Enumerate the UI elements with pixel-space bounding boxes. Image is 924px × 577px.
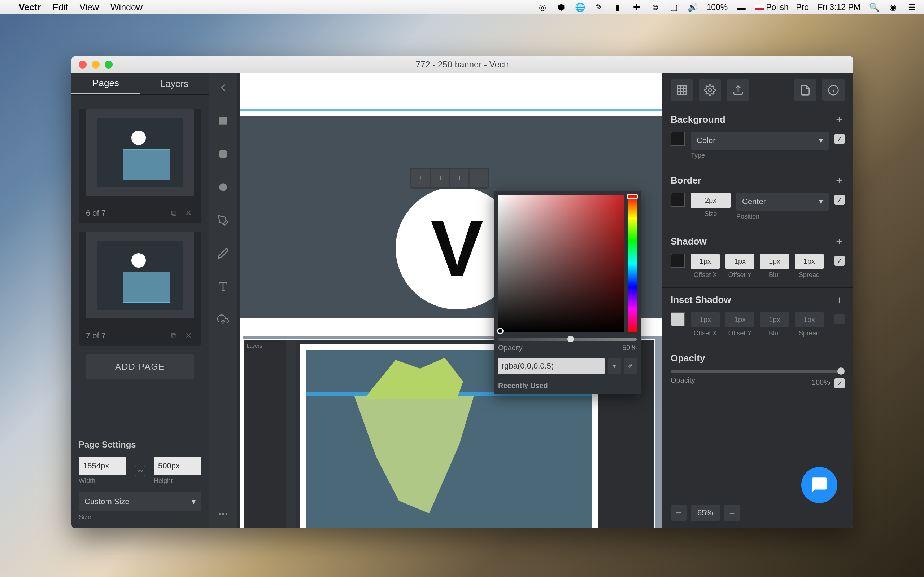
back-icon[interactable] [216,81,230,95]
opacity-enabled-checkbox[interactable]: ✓ [835,378,845,388]
hue-slider[interactable] [628,195,637,332]
opacity-slider-thumb[interactable] [837,367,845,375]
background-type-select[interactable]: Color ▾ [691,132,829,150]
view-menu[interactable]: View [79,2,99,13]
dropbox-icon[interactable]: ⬢ [556,3,566,12]
pen-tool-icon[interactable] [216,213,230,227]
wifi-icon[interactable]: ⊜ [650,3,660,12]
color-format-dropdown[interactable]: ▾ [608,358,621,374]
inset-enabled-checkbox[interactable] [835,314,845,324]
duplicate-icon[interactable]: ⧉ [168,330,180,342]
rectangle-tool-icon[interactable] [216,114,230,128]
inset-blur-input[interactable] [760,312,789,327]
width-input[interactable] [79,457,126,475]
input-source[interactable]: Polish - Pro [755,3,809,12]
opacity-slider[interactable] [670,371,845,372]
ellipse-tool-icon[interactable] [216,180,230,194]
inset-offset-y-input[interactable] [725,312,754,327]
delete-icon[interactable]: ✕ [183,330,194,342]
device-icon[interactable]: ▮ [612,3,623,12]
chat-support-button[interactable] [801,467,837,503]
page-thumbnail [86,109,194,196]
battery-percent[interactable]: 100% [706,3,728,12]
window-menu[interactable]: Window [110,2,142,13]
add-page-button[interactable]: ADD PAGE [86,355,194,379]
zoom-value[interactable]: 65% [691,504,720,521]
rounded-rect-tool-icon[interactable] [216,147,230,161]
add-background-button[interactable]: + [834,114,845,125]
opacity-thumb[interactable] [567,336,574,342]
add-inset-shadow-button[interactable]: + [834,295,845,305]
saturation-value-field[interactable] [498,195,624,332]
border-enabled-checkbox[interactable]: ✓ [835,195,845,205]
sv-cursor[interactable] [497,328,504,334]
hue-cursor[interactable] [627,194,638,199]
globe-icon[interactable]: 🌐 [575,3,585,12]
duplicate-icon[interactable]: ⧉ [168,207,180,219]
pencil-tool-icon[interactable] [216,246,230,261]
titlebar[interactable]: 772 - 250 banner - Vectr [71,56,853,73]
size-select[interactable]: Custom Size ▾ [79,492,201,511]
align-v-icon[interactable]: ⫲ [431,169,449,187]
save-icon[interactable] [794,79,816,102]
zoom-out-button[interactable]: − [670,505,687,521]
shadow-offset-x-input[interactable] [691,253,720,269]
info-icon[interactable] [822,79,845,102]
height-input[interactable] [154,457,201,475]
minimize-button[interactable] [92,61,100,69]
add-border-button[interactable]: + [834,175,845,186]
text-align-icon[interactable]: T [451,169,468,187]
shadow-enabled-checkbox[interactable]: ✓ [835,256,845,266]
eyedropper-icon[interactable]: ✐ [624,358,637,374]
text-tool-icon[interactable] [216,279,230,294]
color-picker[interactable]: Opacity 50% ▾ ✐ Recently Used [494,191,641,394]
pages-list[interactable]: 6 of 7 ⧉ ✕ 7 of 7 ⧉ ✕ ADD PAGE [71,95,208,432]
border-size-input[interactable] [691,193,730,208]
distribute-icon[interactable]: ⊥ [470,169,488,187]
border-swatch[interactable] [670,193,685,207]
inset-offset-x-input[interactable] [691,312,720,327]
spotlight-icon[interactable]: 🔍 [869,3,879,12]
border-position-select[interactable]: Center ▾ [736,193,829,211]
tab-pages[interactable]: Pages [71,73,140,95]
color-input[interactable] [502,361,601,371]
siri-icon[interactable]: ◉ [888,3,898,12]
page-thumb-6[interactable]: 6 of 7 ⧉ ✕ [79,109,201,223]
volume-icon[interactable]: 🔊 [688,3,698,12]
cc-icon[interactable]: ◎ [538,3,548,12]
fullscreen-button[interactable] [105,61,113,69]
background-enabled-checkbox[interactable]: ✓ [835,134,845,144]
close-button[interactable] [79,61,87,69]
opacity-slider[interactable] [498,338,637,341]
zoom-in-button[interactable]: + [724,505,740,521]
notifications-icon[interactable]: ☰ [907,3,917,12]
background-swatch[interactable] [670,132,685,146]
grid-icon[interactable] [670,79,693,102]
app-menu[interactable]: Vectr [19,2,41,13]
settings-icon[interactable] [699,79,721,102]
upload-tool-icon[interactable] [216,313,230,327]
plus-icon[interactable]: ✚ [631,3,641,12]
page-thumb-7[interactable]: 7 of 7 ⧉ ✕ [79,232,201,346]
airplay-icon[interactable]: ▢ [669,3,679,12]
add-shadow-button[interactable]: + [834,236,845,247]
export-icon[interactable] [727,79,749,102]
inset-shadow-swatch[interactable] [670,312,685,326]
tab-layers[interactable]: Layers [140,73,208,95]
notes-icon[interactable]: ✎ [594,3,604,12]
more-tool-icon[interactable] [216,507,230,521]
battery-icon[interactable]: ▬ [736,3,746,12]
clock[interactable]: Fri 3:12 PM [817,3,861,12]
shadow-spread-input[interactable] [795,253,824,269]
align-h-icon[interactable]: ⫱ [412,169,430,187]
link-dimensions-icon[interactable]: ⚯ [135,466,145,476]
shadow-swatch[interactable] [670,253,685,268]
shadow-blur-input[interactable] [760,253,789,269]
delete-icon[interactable]: ✕ [183,207,194,219]
inset-spread-input[interactable] [795,312,824,327]
nested-left-panel: Layers [244,340,286,528]
shadow-offset-y-input[interactable] [725,253,754,269]
edit-menu[interactable]: Edit [52,2,68,13]
canvas-area[interactable]: V ⫱ ⫲ T ⊥ Layers [237,73,662,528]
shadow-section: Shadow + Offset X Offset Y Blur Spread ✓ [662,229,853,287]
